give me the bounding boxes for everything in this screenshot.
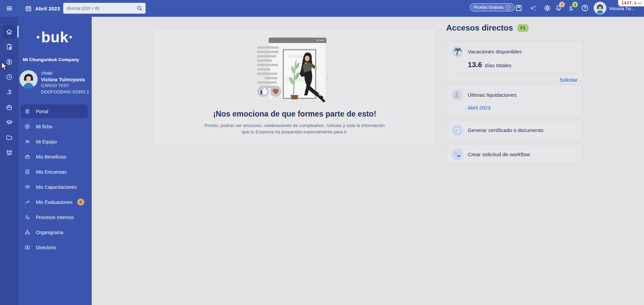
welcome-card: ¡Nos emociona de que formes parte de est… xyxy=(153,28,436,145)
sidebar-item-label: Mis Encuestas xyxy=(36,169,66,175)
sidebar-item-label: Mis Evaluaciones xyxy=(36,200,73,205)
sidebar-menu: PortalMi fichaMi EquipoMis BeneficiosMis… xyxy=(18,104,91,256)
sidebar-item-label: Directorio xyxy=(36,245,56,250)
payslip-month-link[interactable]: Abril 2023 xyxy=(468,105,578,111)
performance-timer: 1437.1ms xyxy=(618,0,644,6)
icon-rail xyxy=(0,17,18,305)
notifications-badge: 7 xyxy=(559,2,565,7)
workflow-card[interactable]: Crear solicitud de workflow xyxy=(446,144,583,164)
person-edit-icon xyxy=(25,214,30,220)
sidebar-item-label: Procesos Internos xyxy=(36,215,74,220)
welcome-illustration xyxy=(257,35,333,102)
clock-icon xyxy=(6,74,13,81)
rail-item-graduation-cap[interactable] xyxy=(3,116,16,129)
bookmark-icon[interactable] xyxy=(515,4,523,12)
trend-up-icon xyxy=(25,199,30,205)
search-icon xyxy=(136,5,143,12)
briefcase-icon xyxy=(6,104,13,111)
hotkey-badge: F1 xyxy=(517,24,528,32)
hand-heart-icon xyxy=(6,89,13,96)
user-avatar[interactable] xyxy=(594,2,606,14)
user-name: Victora Tsimoyanis xyxy=(41,77,89,83)
sidebar-item-label: Portal xyxy=(36,109,48,114)
notifications-button[interactable]: 7 xyxy=(554,4,563,12)
divider xyxy=(452,73,578,74)
company-name: Mi Chungunbuk Company xyxy=(23,57,91,62)
sidebar-item-mis-beneficios[interactable]: Mis Beneficios xyxy=(21,150,88,164)
help-icon[interactable] xyxy=(581,4,589,12)
document-icon xyxy=(25,108,30,114)
welcome-subtitle: Pronto, podrás ver anuncios, celebracion… xyxy=(201,122,389,135)
payslips-title: Últimas liquidaciones xyxy=(468,92,517,98)
sidebar-item-mis-evaluaciones[interactable]: Mis Evaluaciones6 xyxy=(21,195,88,209)
rail-item-clock[interactable] xyxy=(3,70,16,84)
user-role-line2: DOGFOODING EORG 2 xyxy=(41,89,89,95)
sidebar-item-mis-encuestas[interactable]: Mis Encuestas xyxy=(21,165,88,179)
graduation-cap-icon xyxy=(6,119,13,126)
sidebar-item-label: Mi ficha xyxy=(36,124,52,129)
trial-button[interactable]: Prueba Gratuita i xyxy=(470,3,515,11)
people-icon xyxy=(25,139,30,144)
calendar-icon xyxy=(25,5,32,12)
workflow-icon xyxy=(452,149,463,160)
buk-logo: ·buk· xyxy=(18,29,91,46)
sparkle-ai-icon[interactable] xyxy=(529,4,537,12)
certificate-card[interactable]: Generar certificado o documento xyxy=(446,120,583,141)
org-chart-icon xyxy=(25,229,30,235)
sidebar-item-mis-capacitaciones[interactable]: Mis Capacitaciones xyxy=(21,180,88,194)
briefcase-icon xyxy=(25,154,30,160)
user-role-line1: CARGO TEST xyxy=(41,83,89,89)
sidebar-item-organigrama[interactable]: Organigrama xyxy=(21,225,88,239)
workflow-title: Crear solicitud de workflow xyxy=(468,151,530,158)
shortcuts-title: Accesos directos xyxy=(446,23,513,33)
vacations-card: Vacaciones disponibles 13.6 días totales… xyxy=(446,41,583,81)
rail-item-clipboard-clock[interactable] xyxy=(3,40,16,53)
sidebar-item-label: Mis Beneficios xyxy=(36,154,66,160)
trial-label: Prueba Gratuita xyxy=(474,5,503,10)
search-box xyxy=(63,3,146,14)
certificate-title: Generar certificado o documento xyxy=(468,127,544,133)
rail-item-briefcase[interactable] xyxy=(3,100,16,114)
sidebar-item-directorio[interactable]: Directorio xyxy=(21,241,88,254)
shortcuts-panel: Accesos directos F1 Vacaciones disponibl… xyxy=(446,22,583,164)
period-label: Abril 2023 xyxy=(35,6,60,11)
sidebar-avatar xyxy=(19,70,38,88)
rail-item-dollar-coin[interactable] xyxy=(3,55,16,69)
sidebar-item-label: Mi Equipo xyxy=(36,139,57,144)
graduation-cap-icon xyxy=(25,184,30,190)
vacations-days-suffix: días totales xyxy=(485,62,511,69)
rewards-button[interactable]: 3 xyxy=(567,4,576,12)
sidebar-item-label: Mis Capacitaciones xyxy=(36,184,77,190)
folder-icon xyxy=(6,134,13,141)
rail-item-storefront[interactable] xyxy=(3,146,16,159)
palm-tree-icon xyxy=(452,46,463,57)
request-vacation-link[interactable]: Solicitar xyxy=(452,77,578,83)
certificate-icon xyxy=(452,125,463,136)
sidebar-item-mi-ficha[interactable]: Mi ficha xyxy=(21,120,88,133)
vacations-days-value: 13.6 xyxy=(468,60,482,69)
storefront-icon xyxy=(6,149,13,156)
rewards-badge: 3 xyxy=(572,2,578,7)
evaluations-badge: 6 xyxy=(77,199,84,206)
sidebar: ·buk· Mi Chungunbuk Company ¡Hola! Victo… xyxy=(18,17,92,305)
sidebar-item-portal[interactable]: Portal xyxy=(21,104,88,118)
hamburger-menu-button[interactable] xyxy=(6,5,13,12)
payslips-card: Últimas liquidaciones Abril 2023 xyxy=(446,85,583,117)
home-icon xyxy=(6,28,13,35)
info-icon: i xyxy=(506,5,511,10)
sidebar-item-procesos-internos[interactable]: Procesos Internos xyxy=(21,210,88,224)
settings-gear-icon[interactable] xyxy=(543,4,551,12)
rail-item-home[interactable] xyxy=(3,25,16,38)
sidebar-item-mi-equipo[interactable]: Mi Equipo xyxy=(21,135,88,148)
vacations-title: Vacaciones disponibles xyxy=(468,49,522,55)
dollar-coin-icon xyxy=(6,58,13,66)
contact-card-icon xyxy=(25,245,30,250)
rail-item-hand-heart[interactable] xyxy=(3,85,16,99)
greeting: ¡Hola! xyxy=(41,70,89,77)
sidebar-item-label: Organigrama xyxy=(36,230,63,235)
rail-item-folder[interactable] xyxy=(3,131,16,144)
period-selector[interactable]: Abril 2023 xyxy=(25,0,60,17)
clipboard-clock-icon xyxy=(6,43,13,50)
search-input[interactable] xyxy=(63,3,145,13)
person-circle-icon xyxy=(25,124,30,129)
